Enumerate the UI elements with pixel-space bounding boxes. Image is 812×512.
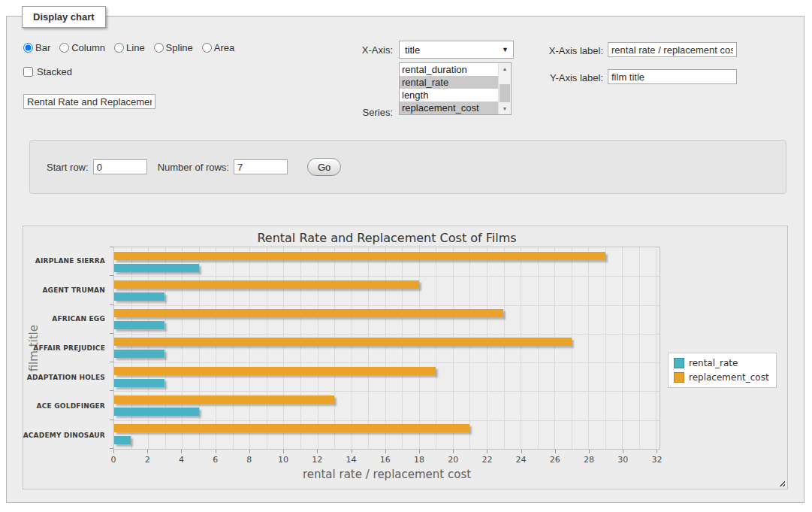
- row-range-panel: Start row: Number of rows: Go: [29, 140, 786, 194]
- x-axis-selected-value: title: [405, 44, 420, 56]
- x-tick-label: 22: [481, 455, 492, 465]
- x-tick-label: 10: [278, 455, 288, 465]
- bar-group: [114, 362, 660, 391]
- bar-replacement_cost: [114, 280, 419, 289]
- y-tick-mark: [110, 333, 113, 334]
- chart-legend: rental_ratereplacement_cost: [668, 353, 777, 388]
- x-tick-label: 18: [414, 455, 424, 465]
- series-options: rental_durationrental_ratelengthreplacem…: [400, 63, 498, 114]
- y-category-label: ADAPTATION HOLES: [25, 362, 109, 392]
- chart-title-input[interactable]: [23, 94, 155, 109]
- listbox-scrollbar[interactable]: ▲ ▼: [498, 63, 511, 114]
- bar-rental_rate: [114, 321, 165, 329]
- bar-group: [114, 247, 660, 276]
- legend-item-replacement_cost: replacement_cost: [674, 372, 769, 383]
- x-tick-label: 24: [516, 455, 527, 465]
- y-tick-mark: [110, 420, 113, 420]
- series-option-rental_duration[interactable]: rental_duration: [400, 63, 498, 76]
- radio-line[interactable]: [114, 43, 124, 53]
- x-tick-label: 12: [312, 455, 322, 465]
- x-tick-mark: [317, 450, 318, 453]
- chart-type-option-line[interactable]: Line: [114, 42, 145, 53]
- y-tick-mark: [110, 362, 113, 362]
- y-category-label: AFFAIR PREJUDICE: [25, 334, 109, 363]
- x-axis-label-input[interactable]: [608, 42, 737, 57]
- stacked-checkbox-row[interactable]: Stacked: [23, 66, 72, 77]
- radio-label: Line: [126, 42, 145, 53]
- chart-type-option-bar[interactable]: Bar: [23, 42, 50, 53]
- chart-type-option-column[interactable]: Column: [59, 42, 105, 53]
- bar-group: [114, 305, 660, 334]
- bar-rental_rate: [114, 350, 165, 358]
- bar-replacement_cost: [114, 252, 605, 260]
- bar-replacement_cost: [114, 367, 436, 375]
- x-tick-mark: [487, 450, 488, 453]
- x-tick-mark: [283, 450, 284, 453]
- x-axis-label-caption: X-Axis label:: [524, 45, 603, 56]
- bar-group: [114, 391, 660, 420]
- x-tick-mark: [589, 450, 590, 453]
- legend-swatch-icon: [674, 372, 684, 383]
- series-listbox-label: Series:: [315, 107, 393, 118]
- series-option-length[interactable]: length: [400, 89, 498, 101]
- bar-replacement_cost: [114, 309, 503, 317]
- chart-container: Rental Rate and Replacement Cost of Film…: [23, 226, 788, 489]
- x-tick-label: 16: [380, 455, 391, 465]
- scrollbar-thumb[interactable]: [500, 84, 510, 102]
- dropdown-arrow-icon: ▼: [502, 46, 509, 53]
- series-option-replacement_cost[interactable]: replacement_cost: [400, 101, 498, 114]
- y-tick-mark: [110, 247, 113, 247]
- x-tick-mark: [555, 450, 556, 453]
- scroll-up-icon[interactable]: ▲: [499, 63, 511, 74]
- x-axis-select[interactable]: title ▼: [399, 41, 514, 59]
- radio-spline[interactable]: [154, 43, 164, 53]
- x-tick-mark: [249, 450, 250, 453]
- bar-rental_rate: [114, 436, 131, 444]
- y-category-label: ACADEMY DINOSAUR: [25, 420, 109, 450]
- y-axis-label-caption: Y-Axis label:: [524, 72, 603, 83]
- x-tick-label: 4: [179, 455, 184, 465]
- chart-type-option-spline[interactable]: Spline: [154, 42, 193, 53]
- y-tick-mark: [110, 275, 113, 276]
- bar-group: [114, 334, 660, 362]
- x-tick-label: 32: [651, 455, 662, 465]
- bar-rental_rate: [114, 407, 199, 416]
- stacked-checkbox[interactable]: [23, 67, 33, 77]
- legend-label: rental_rate: [689, 358, 738, 368]
- radio-area[interactable]: [202, 43, 212, 53]
- num-rows-label: Number of rows:: [158, 162, 229, 173]
- scroll-down-icon[interactable]: ▼: [499, 103, 511, 114]
- bar-group: [114, 420, 660, 449]
- bar-replacement_cost: [114, 338, 572, 346]
- x-tick-label: 14: [346, 455, 357, 465]
- y-axis-label-input[interactable]: [608, 69, 737, 84]
- radio-column[interactable]: [59, 43, 69, 53]
- x-tick-mark: [623, 450, 623, 453]
- x-tick-label: 6: [213, 455, 218, 465]
- series-option-rental_rate[interactable]: rental_rate: [400, 76, 498, 89]
- legend-swatch-icon: [674, 358, 684, 368]
- radio-bar[interactable]: [23, 43, 33, 53]
- radio-label: Area: [214, 42, 234, 53]
- y-category-label: AFRICAN EGG: [25, 304, 109, 334]
- plot-area: [113, 247, 660, 450]
- x-tick-mark: [657, 450, 657, 453]
- bar-rental_rate: [114, 292, 165, 301]
- start-row-input[interactable]: [93, 159, 147, 174]
- radio-label: Bar: [35, 42, 50, 53]
- num-rows-input[interactable]: [234, 159, 288, 174]
- x-tick-mark: [352, 450, 352, 453]
- resize-grip-icon[interactable]: [777, 479, 785, 486]
- radio-label: Spline: [166, 42, 193, 53]
- panel-title: Display chart: [22, 6, 106, 28]
- display-chart-panel: Display chart BarColumnLineSplineArea St…: [6, 16, 804, 503]
- bar-replacement_cost: [114, 395, 334, 404]
- series-listbox[interactable]: rental_durationrental_ratelengthreplacem…: [399, 62, 512, 115]
- chart-type-option-area[interactable]: Area: [202, 42, 234, 53]
- y-category-labels: AIRPLANE SIERRAAGENT TRUMANAFRICAN EGGAF…: [25, 247, 109, 450]
- go-button[interactable]: Go: [307, 158, 341, 176]
- chart-type-radio-group: BarColumnLineSplineArea: [23, 42, 240, 53]
- x-tick-mark: [181, 450, 182, 453]
- x-tick-label: 8: [246, 455, 252, 465]
- x-axis-title: rental rate / replacement cost: [113, 468, 660, 481]
